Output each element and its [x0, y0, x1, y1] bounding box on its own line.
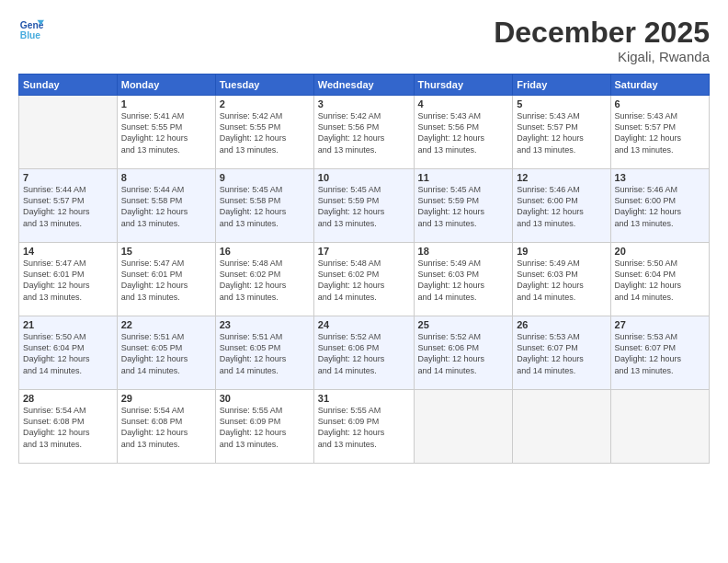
- day-number: 8: [121, 172, 211, 183]
- day-info: Sunrise: 5:45 AM Sunset: 5:59 PM Dayligh…: [418, 184, 509, 229]
- day-info: Sunrise: 5:52 AM Sunset: 6:06 PM Dayligh…: [318, 331, 410, 376]
- week-row: 28Sunrise: 5:54 AM Sunset: 6:08 PM Dayli…: [19, 390, 710, 464]
- day-number: 15: [121, 246, 211, 257]
- day-cell: 26Sunrise: 5:53 AM Sunset: 6:07 PM Dayli…: [513, 316, 610, 390]
- day-cell: [610, 390, 709, 464]
- day-number: 4: [418, 98, 509, 109]
- day-number: 2: [220, 98, 310, 109]
- day-cell: 7Sunrise: 5:44 AM Sunset: 5:57 PM Daylig…: [19, 169, 118, 243]
- col-header-sunday: Sunday: [19, 75, 118, 96]
- day-info: Sunrise: 5:43 AM Sunset: 5:57 PM Dayligh…: [517, 110, 606, 155]
- day-number: 14: [23, 246, 113, 257]
- day-cell: 22Sunrise: 5:51 AM Sunset: 6:05 PM Dayli…: [117, 316, 215, 390]
- day-cell: 18Sunrise: 5:49 AM Sunset: 6:03 PM Dayli…: [414, 243, 513, 316]
- day-info: Sunrise: 5:53 AM Sunset: 6:07 PM Dayligh…: [615, 331, 705, 376]
- day-cell: 11Sunrise: 5:45 AM Sunset: 5:59 PM Dayli…: [414, 169, 513, 243]
- day-number: 27: [615, 319, 705, 330]
- day-info: Sunrise: 5:45 AM Sunset: 5:59 PM Dayligh…: [318, 184, 410, 229]
- day-number: 18: [418, 246, 509, 257]
- col-header-friday: Friday: [513, 75, 610, 96]
- header: General Blue General Blue December 2025 …: [18, 17, 710, 64]
- day-cell: 8Sunrise: 5:44 AM Sunset: 5:58 PM Daylig…: [117, 169, 215, 243]
- day-number: 25: [418, 319, 509, 330]
- day-cell: 2Sunrise: 5:42 AM Sunset: 5:55 PM Daylig…: [215, 96, 313, 169]
- month-title: December 2025: [494, 17, 710, 49]
- day-cell: 13Sunrise: 5:46 AM Sunset: 6:00 PM Dayli…: [610, 169, 709, 243]
- title-block: December 2025 Kigali, Rwanda: [494, 17, 710, 64]
- day-info: Sunrise: 5:44 AM Sunset: 5:57 PM Dayligh…: [23, 184, 113, 229]
- day-number: 30: [220, 393, 310, 404]
- day-cell: 17Sunrise: 5:48 AM Sunset: 6:02 PM Dayli…: [313, 243, 414, 316]
- day-cell: 16Sunrise: 5:48 AM Sunset: 6:02 PM Dayli…: [215, 243, 313, 316]
- day-info: Sunrise: 5:46 AM Sunset: 6:00 PM Dayligh…: [615, 184, 705, 229]
- day-cell: 31Sunrise: 5:55 AM Sunset: 6:09 PM Dayli…: [313, 390, 414, 464]
- day-number: 6: [615, 98, 705, 109]
- header-row: SundayMondayTuesdayWednesdayThursdayFrid…: [19, 75, 710, 96]
- logo: General Blue General Blue: [18, 17, 44, 42]
- day-number: 26: [517, 319, 606, 330]
- day-cell: [414, 390, 513, 464]
- day-number: 19: [517, 246, 606, 257]
- day-info: Sunrise: 5:42 AM Sunset: 5:55 PM Dayligh…: [220, 110, 310, 155]
- day-info: Sunrise: 5:54 AM Sunset: 6:08 PM Dayligh…: [121, 405, 211, 450]
- day-cell: 28Sunrise: 5:54 AM Sunset: 6:08 PM Dayli…: [19, 390, 118, 464]
- day-info: Sunrise: 5:48 AM Sunset: 6:02 PM Dayligh…: [220, 258, 310, 303]
- day-cell: 3Sunrise: 5:42 AM Sunset: 5:56 PM Daylig…: [313, 96, 414, 169]
- day-info: Sunrise: 5:52 AM Sunset: 6:06 PM Dayligh…: [418, 331, 509, 376]
- day-cell: 24Sunrise: 5:52 AM Sunset: 6:06 PM Dayli…: [313, 316, 414, 390]
- week-row: 1Sunrise: 5:41 AM Sunset: 5:55 PM Daylig…: [19, 96, 710, 169]
- location-subtitle: Kigali, Rwanda: [494, 49, 710, 64]
- col-header-saturday: Saturday: [610, 75, 709, 96]
- day-info: Sunrise: 5:41 AM Sunset: 5:55 PM Dayligh…: [121, 110, 211, 155]
- day-cell: 21Sunrise: 5:50 AM Sunset: 6:04 PM Dayli…: [19, 316, 118, 390]
- day-cell: 12Sunrise: 5:46 AM Sunset: 6:00 PM Dayli…: [513, 169, 610, 243]
- day-cell: [513, 390, 610, 464]
- day-info: Sunrise: 5:51 AM Sunset: 6:05 PM Dayligh…: [121, 331, 211, 376]
- day-info: Sunrise: 5:48 AM Sunset: 6:02 PM Dayligh…: [318, 258, 410, 303]
- day-number: 17: [318, 246, 410, 257]
- day-cell: 19Sunrise: 5:49 AM Sunset: 6:03 PM Dayli…: [513, 243, 610, 316]
- day-number: 7: [23, 172, 113, 183]
- page: General Blue General Blue December 2025 …: [0, 0, 728, 563]
- day-cell: 5Sunrise: 5:43 AM Sunset: 5:57 PM Daylig…: [513, 96, 610, 169]
- day-number: 21: [23, 319, 113, 330]
- calendar-table: SundayMondayTuesdayWednesdayThursdayFrid…: [18, 74, 710, 464]
- day-number: 28: [23, 393, 113, 404]
- day-info: Sunrise: 5:54 AM Sunset: 6:08 PM Dayligh…: [23, 405, 113, 450]
- day-cell: 6Sunrise: 5:43 AM Sunset: 5:57 PM Daylig…: [610, 96, 709, 169]
- day-cell: 4Sunrise: 5:43 AM Sunset: 5:56 PM Daylig…: [414, 96, 513, 169]
- day-cell: 14Sunrise: 5:47 AM Sunset: 6:01 PM Dayli…: [19, 243, 118, 316]
- day-info: Sunrise: 5:44 AM Sunset: 5:58 PM Dayligh…: [121, 184, 211, 229]
- day-info: Sunrise: 5:50 AM Sunset: 6:04 PM Dayligh…: [23, 331, 113, 376]
- day-number: 16: [220, 246, 310, 257]
- day-number: 29: [121, 393, 211, 404]
- svg-text:Blue: Blue: [20, 30, 41, 40]
- day-cell: 1Sunrise: 5:41 AM Sunset: 5:55 PM Daylig…: [117, 96, 215, 169]
- col-header-wednesday: Wednesday: [313, 75, 414, 96]
- day-cell: 10Sunrise: 5:45 AM Sunset: 5:59 PM Dayli…: [313, 169, 414, 243]
- day-cell: 27Sunrise: 5:53 AM Sunset: 6:07 PM Dayli…: [610, 316, 709, 390]
- day-number: 20: [615, 246, 705, 257]
- day-info: Sunrise: 5:46 AM Sunset: 6:00 PM Dayligh…: [517, 184, 606, 229]
- day-number: 22: [121, 319, 211, 330]
- day-info: Sunrise: 5:47 AM Sunset: 6:01 PM Dayligh…: [23, 258, 113, 303]
- day-number: 31: [318, 393, 410, 404]
- day-number: 13: [615, 172, 705, 183]
- day-number: 3: [318, 98, 410, 109]
- day-cell: 23Sunrise: 5:51 AM Sunset: 6:05 PM Dayli…: [215, 316, 313, 390]
- day-cell: 20Sunrise: 5:50 AM Sunset: 6:04 PM Dayli…: [610, 243, 709, 316]
- day-cell: 15Sunrise: 5:47 AM Sunset: 6:01 PM Dayli…: [117, 243, 215, 316]
- day-info: Sunrise: 5:47 AM Sunset: 6:01 PM Dayligh…: [121, 258, 211, 303]
- day-number: 5: [517, 98, 606, 109]
- col-header-tuesday: Tuesday: [215, 75, 313, 96]
- col-header-monday: Monday: [117, 75, 215, 96]
- day-cell: 29Sunrise: 5:54 AM Sunset: 6:08 PM Dayli…: [117, 390, 215, 464]
- day-info: Sunrise: 5:49 AM Sunset: 6:03 PM Dayligh…: [517, 258, 606, 303]
- day-number: 11: [418, 172, 509, 183]
- col-header-thursday: Thursday: [414, 75, 513, 96]
- day-cell: [19, 96, 118, 169]
- day-number: 1: [121, 98, 211, 109]
- day-info: Sunrise: 5:53 AM Sunset: 6:07 PM Dayligh…: [517, 331, 606, 376]
- day-number: 24: [318, 319, 410, 330]
- week-row: 14Sunrise: 5:47 AM Sunset: 6:01 PM Dayli…: [19, 243, 710, 316]
